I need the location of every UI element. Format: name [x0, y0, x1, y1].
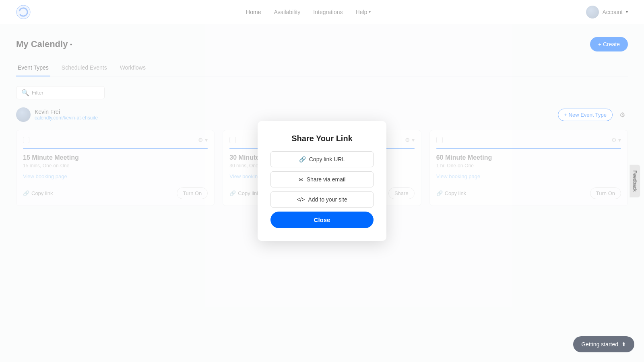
add-to-site-button[interactable]: </> Add to your site: [270, 191, 374, 208]
feedback-tab[interactable]: Feedback: [630, 165, 640, 197]
link-icon: 🔗: [299, 156, 306, 162]
getting-started-icon: ⬆: [621, 341, 626, 348]
modal-title: Share Your Link: [270, 134, 374, 143]
modal-close-button[interactable]: Close: [270, 212, 374, 228]
getting-started-button[interactable]: Getting started ⬆: [573, 336, 634, 352]
embed-icon: </>: [297, 196, 305, 203]
share-modal: Share Your Link 🔗 Copy link URL ✉ Share …: [258, 121, 386, 241]
share-via-email-button[interactable]: ✉ Share via email: [270, 171, 374, 187]
copy-link-url-button[interactable]: 🔗 Copy link URL: [270, 151, 374, 167]
email-icon: ✉: [299, 176, 303, 183]
